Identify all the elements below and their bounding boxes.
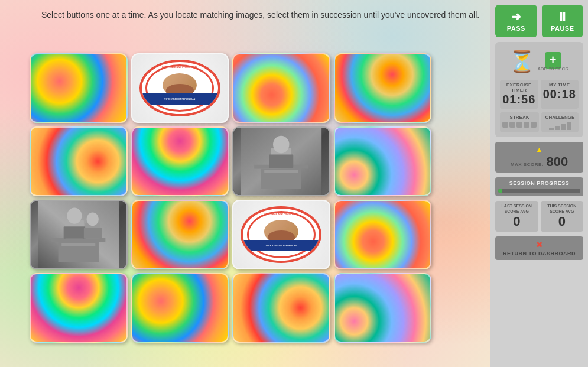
max-score-value: 800	[546, 154, 568, 169]
badge-blue-band-2: VOTE STRAIGHT REPUBLICAN	[243, 240, 319, 252]
svg-rect-15	[61, 243, 95, 246]
this-session-avg-box: THIS SESSION SCORE AVG 0	[541, 201, 584, 232]
card-4[interactable]	[334, 53, 432, 123]
card-11[interactable]: FOR PEACE AND PROSPERITY VOTE STRAIGHT R…	[232, 200, 330, 269]
card-1[interactable]	[30, 53, 128, 123]
card-2[interactable]: FOR PEACE AND PROSPERITY VOTE STRAIGHT R…	[131, 53, 229, 123]
last-session-avg-box: LAST SESSION SCORE AVG 0	[495, 201, 538, 232]
sidebar: ➜ PASS ⏸ PAUSE ⏳ + ADD 30 SECS EXERCISE …	[490, 0, 588, 367]
cbar-2	[555, 126, 560, 130]
return-to-dashboard-button[interactable]: ✖ RETURN TO DASHBOARD	[495, 236, 583, 260]
card-15[interactable]	[232, 273, 330, 343]
session-progress-label: SESSION PROGRESS	[498, 180, 580, 186]
return-icon: ✖	[536, 240, 543, 249]
pass-icon: ➜	[511, 11, 522, 22]
exercise-timer-label: EXERCISE TIMER	[502, 82, 536, 93]
challenge-bars	[544, 122, 576, 130]
card-8[interactable]	[334, 126, 432, 196]
svg-point-17	[86, 212, 99, 226]
score-avg-section: LAST SESSION SCORE AVG 0 THIS SESSION SC…	[495, 201, 583, 232]
cbar-3	[561, 124, 566, 130]
photo-svg	[233, 128, 329, 195]
timer-section: ⏳ + ADD 30 SECS EXERCISE TIMER 01:56 MY …	[495, 42, 583, 137]
pause-label: PAUSE	[551, 25, 574, 32]
card-6[interactable]	[131, 126, 229, 196]
card-5[interactable]	[30, 126, 128, 196]
game-area: Select buttons one at a time. As you loc…	[0, 0, 490, 367]
dot-4	[524, 122, 529, 128]
challenge-label: CHALLENGE	[544, 115, 576, 120]
exercise-timer-value: 01:56	[502, 93, 536, 106]
photo-content-2	[31, 201, 126, 268]
pass-label: PASS	[507, 25, 525, 32]
cbar-4	[567, 122, 571, 130]
streak-label: STREAK	[502, 115, 537, 120]
svg-rect-5	[269, 155, 293, 168]
progress-bar-fill	[498, 189, 502, 193]
svg-point-4	[273, 136, 289, 154]
card-3[interactable]	[232, 53, 330, 123]
svg-rect-7	[264, 170, 298, 173]
badge-blue-band: VOTE STRAIGHT REPUBLICAN	[142, 93, 218, 105]
badge-blue-text-2: VOTE STRAIGHT REPUBLICAN	[266, 245, 297, 247]
pause-icon: ⏸	[557, 11, 569, 22]
photo-content	[233, 128, 329, 195]
dot-1	[502, 122, 508, 128]
hourglass-icon: ⏳	[510, 47, 534, 76]
this-session-avg-value: 0	[543, 214, 581, 229]
timer-grid: EXERCISE TIMER 01:56 MY TIME 00:18	[500, 80, 579, 109]
this-session-avg-label: THIS SESSION SCORE AVG	[543, 203, 581, 214]
badge-top-text-2: FOR PEACE AND PROSPERITY	[251, 213, 311, 216]
hourglass-row: ⏳ + ADD 30 SECS	[510, 47, 568, 76]
dot-5	[531, 122, 537, 128]
max-score-label: MAX SCORE:	[511, 162, 544, 167]
last-session-avg-label: LAST SESSION SCORE AVG	[498, 203, 536, 214]
max-score-arrow: ▲	[498, 145, 580, 154]
my-time-label: MY TIME	[543, 82, 577, 87]
dot-2	[509, 122, 515, 128]
badge-circle-2: FOR PEACE AND PROSPERITY VOTE STRAIGHT R…	[241, 206, 321, 264]
top-buttons: ➜ PASS ⏸ PAUSE	[495, 5, 583, 37]
svg-rect-13	[64, 226, 86, 239]
svg-point-12	[67, 207, 82, 223]
max-score-section: ▲ MAX SCORE: 800	[495, 142, 583, 173]
exercise-timer-box: EXERCISE TIMER 01:56	[500, 80, 538, 109]
progress-bar-bg	[498, 189, 580, 193]
dot-3	[516, 122, 522, 128]
card-16[interactable]	[334, 273, 432, 343]
card-10[interactable]	[131, 200, 229, 269]
streak-dots	[502, 122, 537, 128]
instructions-text: Select buttons one at a time. As you loc…	[41, 9, 485, 21]
pause-button[interactable]: ⏸ PAUSE	[542, 5, 584, 37]
badge-circle: FOR PEACE AND PROSPERITY VOTE STRAIGHT R…	[139, 60, 220, 117]
streak-box: STREAK	[500, 112, 539, 132]
badge-top-text: FOR PEACE AND PROSPERITY	[150, 66, 210, 69]
card-9[interactable]	[30, 200, 128, 269]
card-grid: FOR PEACE AND PROSPERITY VOTE STRAIGHT R…	[30, 53, 431, 343]
my-time-box: MY TIME 00:18	[541, 80, 579, 109]
card-13[interactable]	[30, 273, 128, 343]
return-label: RETURN TO DASHBOARD	[503, 251, 576, 256]
card-7[interactable]	[232, 126, 330, 196]
last-session-avg-value: 0	[498, 214, 536, 229]
card-12[interactable]	[334, 200, 432, 269]
session-progress-section: SESSION PROGRESS	[495, 177, 583, 196]
card-14[interactable]	[131, 273, 229, 343]
add30-label: ADD 30 SECS	[537, 66, 568, 72]
cbar-1	[549, 128, 554, 130]
pass-button[interactable]: ➜ PASS	[495, 5, 537, 37]
my-time-value: 00:18	[543, 87, 577, 101]
streak-challenge: STREAK CHALLENGE	[500, 112, 579, 132]
challenge-box: CHALLENGE	[541, 112, 579, 132]
badge-blue-text: VOTE STRAIGHT REPUBLICAN	[164, 98, 195, 100]
photo-svg-2	[31, 201, 126, 268]
svg-rect-18	[84, 228, 102, 239]
